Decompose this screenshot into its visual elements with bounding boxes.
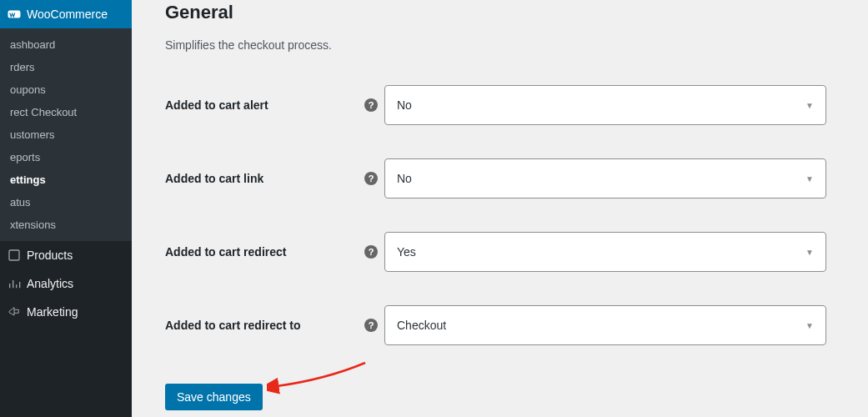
sidebar-sub-menu: ashboard rders oupons rect Checkout usto… bbox=[0, 28, 132, 241]
select-added-to-cart-link[interactable]: No ▼ bbox=[384, 158, 826, 198]
select-added-to-cart-redirect[interactable]: Yes ▼ bbox=[384, 232, 826, 272]
sidebar-item-label: WooCommerce bbox=[27, 8, 108, 21]
field-label: Added to cart redirect to ? bbox=[165, 319, 384, 332]
select-added-to-cart-redirect-to[interactable]: Checkout ▼ bbox=[384, 305, 826, 345]
sidebar-sub-orders[interactable]: rders bbox=[0, 56, 132, 78]
field-added-to-cart-redirect-to: Added to cart redirect to ? Checkout ▼ bbox=[165, 305, 835, 345]
help-icon[interactable]: ? bbox=[364, 245, 378, 259]
admin-sidebar: WooCommerce ashboard rders oupons rect C… bbox=[0, 0, 132, 417]
page-title: General bbox=[165, 2, 835, 23]
field-label-text: Added to cart redirect bbox=[165, 245, 286, 259]
sidebar-sub-dashboard[interactable]: ashboard bbox=[0, 33, 132, 56]
sidebar-sub-reports[interactable]: eports bbox=[0, 146, 132, 168]
field-label: Added to cart link ? bbox=[165, 172, 384, 185]
sidebar-item-label: Marketing bbox=[27, 305, 78, 319]
sidebar-item-marketing[interactable]: Marketing bbox=[0, 298, 132, 326]
sidebar-sub-settings[interactable]: ettings bbox=[0, 168, 132, 191]
sidebar-sub-direct-checkout[interactable]: rect Checkout bbox=[0, 101, 132, 123]
select-added-to-cart-alert[interactable]: No ▼ bbox=[384, 85, 826, 125]
field-added-to-cart-alert: Added to cart alert ? No ▼ bbox=[165, 85, 835, 125]
sidebar-item-analytics[interactable]: Analytics bbox=[0, 269, 132, 298]
sidebar-sub-customers[interactable]: ustomers bbox=[0, 123, 132, 146]
field-added-to-cart-link: Added to cart link ? No ▼ bbox=[165, 158, 835, 198]
help-icon[interactable]: ? bbox=[364, 319, 378, 332]
sidebar-sub-coupons[interactable]: oupons bbox=[0, 78, 132, 101]
select-value: No bbox=[397, 172, 412, 185]
field-added-to-cart-redirect: Added to cart redirect ? Yes ▼ bbox=[165, 232, 835, 272]
sidebar-item-woocommerce[interactable]: WooCommerce bbox=[0, 0, 132, 28]
select-value: Yes bbox=[397, 245, 416, 259]
sidebar-item-products[interactable]: Products bbox=[0, 241, 132, 269]
svg-rect-1 bbox=[9, 250, 19, 260]
sidebar-sub-status[interactable]: atus bbox=[0, 191, 132, 214]
select-value: Checkout bbox=[397, 319, 446, 332]
main-content: General Simplifies the checkout process.… bbox=[132, 0, 868, 417]
woocommerce-icon bbox=[7, 7, 22, 22]
chevron-down-icon: ▼ bbox=[805, 321, 814, 330]
sidebar-item-label: Analytics bbox=[27, 277, 73, 290]
save-button[interactable]: Save changes bbox=[165, 384, 263, 410]
chevron-down-icon: ▼ bbox=[805, 174, 814, 183]
field-label-text: Added to cart link bbox=[165, 172, 263, 185]
field-label-text: Added to cart redirect to bbox=[165, 319, 301, 332]
help-icon[interactable]: ? bbox=[364, 172, 378, 185]
field-label-text: Added to cart alert bbox=[165, 98, 268, 112]
marketing-icon bbox=[7, 304, 22, 319]
analytics-icon bbox=[7, 276, 22, 291]
field-label: Added to cart alert ? bbox=[165, 98, 384, 112]
page-description: Simplifies the checkout process. bbox=[165, 38, 835, 52]
sidebar-sub-extensions[interactable]: xtensions bbox=[0, 214, 132, 236]
products-icon bbox=[7, 248, 22, 263]
sidebar-item-label: Products bbox=[27, 249, 73, 262]
chevron-down-icon: ▼ bbox=[805, 101, 814, 110]
chevron-down-icon: ▼ bbox=[805, 248, 814, 257]
field-label: Added to cart redirect ? bbox=[165, 245, 384, 259]
select-value: No bbox=[397, 98, 412, 112]
help-icon[interactable]: ? bbox=[364, 98, 378, 112]
